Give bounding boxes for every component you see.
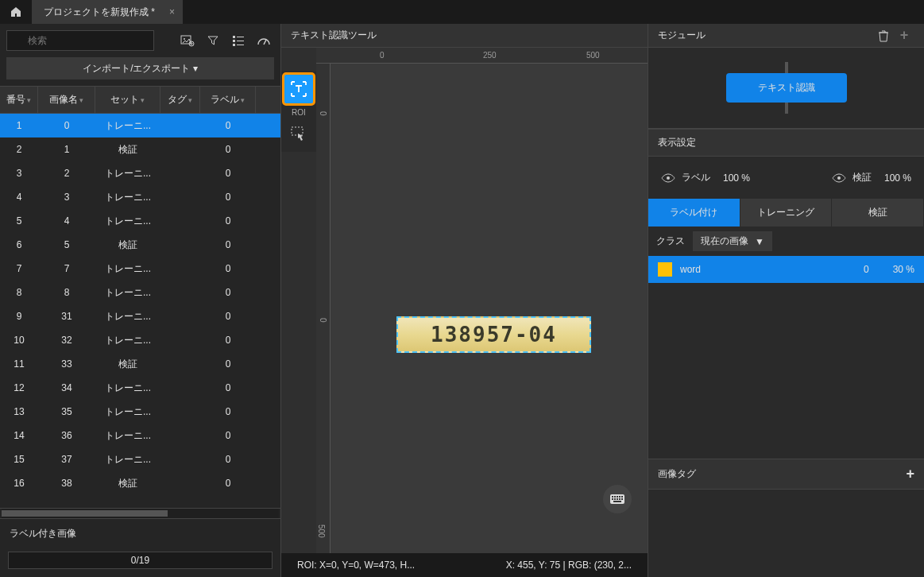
cell-label: 0	[200, 260, 256, 277]
col-header-set[interactable]: セット▾	[95, 87, 160, 113]
table-row[interactable]: 931トレーニ...0	[0, 304, 280, 328]
cell-num: 3	[0, 165, 38, 182]
cell-num: 14	[0, 427, 38, 444]
table-row[interactable]: 10トレーニ...0	[0, 114, 280, 137]
table-row[interactable]: 1335トレーニ...0	[0, 400, 280, 424]
cell-imgname: 36	[38, 427, 95, 444]
cell-set: トレーニ...	[95, 378, 160, 398]
cell-imgname: 33	[38, 355, 95, 373]
cell-num: 13	[0, 403, 38, 420]
svg-rect-18	[621, 496, 623, 498]
svg-rect-6	[237, 37, 244, 37]
canvas-viewport[interactable]: 138957-04	[331, 64, 648, 553]
class-scope-select[interactable]: 現在の画像 ▼	[693, 231, 772, 251]
cell-set: トレーニ...	[95, 211, 160, 231]
horizontal-scrollbar[interactable]	[2, 509, 279, 518]
image-table-body[interactable]: 10トレーニ...021検証032トレーニ...043トレーニ...054トレー…	[0, 114, 280, 509]
cell-set: 検証	[95, 140, 160, 160]
search-input[interactable]	[6, 30, 154, 51]
cell-num: 11	[0, 355, 38, 373]
cell-set: トレーニ...	[95, 331, 160, 350]
cell-tag	[160, 242, 200, 248]
cell-set: トレーニ...	[95, 450, 160, 470]
import-export-button[interactable]: インポート/エクスポート ▾	[6, 57, 274, 79]
cell-tag	[160, 456, 200, 463]
col-header-imagename[interactable]: 画像名▾	[38, 87, 95, 113]
svg-point-26	[837, 176, 841, 180]
keyboard-icon[interactable]	[603, 485, 632, 513]
table-header: 番号▾ 画像名▾ セット▾ タグ▾ ラベル▾	[0, 86, 280, 114]
list-settings-icon[interactable]	[228, 30, 249, 51]
cell-tag	[160, 480, 200, 486]
trash-icon[interactable]	[873, 25, 894, 46]
cell-imgname: 34	[38, 379, 95, 397]
filter-icon[interactable]	[203, 30, 223, 51]
table-row[interactable]: 88トレーニ...0	[0, 281, 280, 304]
cell-num: 16	[0, 474, 38, 492]
roi-select-tool-button[interactable]	[284, 119, 314, 149]
cell-set: トレーニ...	[95, 402, 160, 422]
table-row[interactable]: 1234トレーニ...0	[0, 376, 280, 400]
table-row[interactable]: 1032トレーニ...0	[0, 328, 280, 352]
cell-num: 2	[0, 141, 38, 158]
table-row[interactable]: 65検証0	[0, 233, 280, 257]
col-header-label[interactable]: ラベル▾	[200, 87, 256, 113]
cell-set: トレーニ...	[95, 164, 160, 184]
meter-icon[interactable]	[253, 30, 274, 51]
table-row[interactable]: 1436トレーニ...0	[0, 424, 280, 447]
roi-text-label: ROI	[292, 108, 306, 117]
cell-set: 検証	[95, 474, 160, 494]
image-settings-icon[interactable]	[177, 30, 198, 51]
table-row[interactable]: 54トレーニ...0	[0, 209, 280, 233]
table-row[interactable]: 21検証0	[0, 137, 280, 161]
cell-num: 12	[0, 379, 38, 397]
add-module-icon[interactable]: +	[894, 25, 914, 46]
home-button[interactable]	[0, 0, 32, 24]
table-row[interactable]: 1638検証0	[0, 471, 280, 495]
cell-label: 0	[200, 427, 256, 444]
class-pct: 30 %	[893, 264, 914, 275]
cell-tag	[160, 409, 200, 415]
svg-rect-17	[619, 496, 621, 498]
svg-rect-9	[233, 44, 235, 46]
vertical-ruler: 0 0 500	[316, 64, 331, 553]
table-row[interactable]: 43トレーニ...0	[0, 185, 280, 209]
table-row[interactable]: 1537トレーニ...0	[0, 447, 280, 471]
text-recognition-module-button[interactable]: テキスト認識	[726, 73, 847, 103]
cell-label: 0	[200, 117, 256, 134]
col-header-tag[interactable]: タグ▾	[160, 87, 200, 113]
tab-labeling[interactable]: ラベル付け	[648, 199, 740, 227]
close-icon[interactable]: ×	[169, 6, 175, 17]
table-row[interactable]: 1133検証0	[0, 352, 280, 376]
cell-set: トレーニ...	[95, 426, 160, 446]
class-item-word[interactable]: word 0 30 %	[648, 256, 924, 283]
cell-imgname: 2	[38, 165, 95, 182]
eye-icon[interactable]	[832, 173, 846, 183]
cell-tag	[160, 361, 200, 367]
eye-icon[interactable]	[661, 173, 675, 183]
project-tab[interactable]: プロジェクトを新規作成 * ×	[32, 0, 183, 24]
left-panel: インポート/エクスポート ▾ 番号▾ 画像名▾ セット▾ タグ▾ ラベル▾ 10…	[0, 24, 281, 577]
table-row[interactable]: 32トレーニ...0	[0, 161, 280, 185]
col-header-number[interactable]: 番号▾	[0, 87, 38, 113]
cell-set: トレーニ...	[95, 307, 160, 327]
labeled-images-heading: ラベル付き画像	[0, 518, 280, 548]
tab-verify[interactable]: 検証	[832, 199, 924, 227]
center-panel: テキスト認識ツール ROI 0 250 500 0 0 500	[281, 24, 648, 577]
roi-text-tool-button[interactable]	[284, 74, 314, 104]
display-label-text: ラベル	[682, 171, 710, 184]
display-label-pct: 100 %	[723, 172, 750, 184]
status-bar: ROI: X=0, Y=0, W=473, H... X: 455, Y: 75…	[281, 553, 648, 577]
module-header-title: モジュール	[658, 29, 706, 42]
cell-label: 0	[200, 141, 256, 158]
table-row[interactable]: 77トレーニ...0	[0, 257, 280, 281]
image-tag-header: 画像タグ	[658, 467, 696, 481]
cell-num: 5	[0, 212, 38, 230]
tab-training[interactable]: トレーニング	[740, 199, 833, 227]
svg-rect-20	[614, 498, 616, 500]
svg-rect-10	[237, 45, 244, 45]
svg-rect-15	[614, 496, 616, 498]
add-tag-icon[interactable]: +	[906, 466, 914, 482]
svg-point-25	[667, 176, 670, 180]
image-roi-box[interactable]: 138957-04	[396, 316, 591, 353]
